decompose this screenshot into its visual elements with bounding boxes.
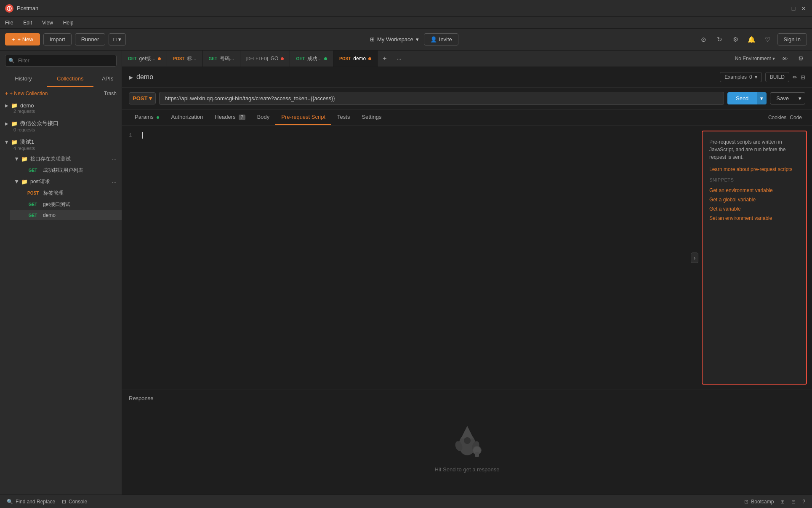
code-link[interactable]: Code (786, 110, 805, 125)
snippet-get-var[interactable]: Get a variable (709, 204, 799, 214)
layout-button[interactable]: ⊞ (780, 499, 785, 505)
menu-view[interactable]: View (40, 19, 55, 27)
req-tab-authorization[interactable]: Authorization (165, 110, 209, 125)
sync-icon[interactable]: ↻ (713, 33, 726, 46)
invite-button[interactable]: 👤 Invite (424, 33, 458, 45)
request-title: demo (136, 73, 153, 81)
sidebar-search-area: 🔍 (0, 51, 122, 71)
url-input[interactable] (159, 92, 724, 105)
tab-get-hao[interactable]: GET 号码... (203, 51, 241, 67)
cursor (142, 132, 143, 139)
svg-point-4 (464, 437, 471, 444)
save-dropdown-button[interactable]: ▾ (795, 92, 805, 104)
no-environment-select[interactable]: No Environment ▾ (735, 56, 775, 61)
request-item-gettest[interactable]: GET get接口测试 (10, 199, 122, 210)
console-label: Console (69, 499, 87, 505)
sidebar-tab-history[interactable]: History (0, 71, 47, 87)
panel-collapse-button[interactable]: › (691, 252, 698, 263)
tab-getjie[interactable]: GET get接... (122, 51, 167, 67)
bootcamp-button[interactable]: ⊡ Bootcamp (744, 499, 774, 505)
folder-row-post[interactable]: ▶ 📁 post请求 ··· (10, 176, 122, 187)
no-cache-icon[interactable]: ⊘ (698, 33, 710, 46)
toolbar: + + New Import Runner □ ▾ ⊞ My Workspace… (0, 29, 812, 51)
settings-sliders-icon[interactable]: ⚙ (794, 52, 807, 65)
workspace-chevron: ▾ (416, 36, 419, 43)
code-editor[interactable]: 1 (122, 126, 697, 390)
workspace-button[interactable]: ⊞ My Workspace ▾ (365, 33, 424, 45)
console-button[interactable]: ⊡ Console (62, 499, 87, 505)
params-dot (157, 116, 159, 119)
add-tab-button[interactable]: + (378, 51, 391, 66)
send-button[interactable]: Send (727, 92, 757, 104)
menu-edit[interactable]: Edit (21, 19, 34, 27)
layout-icon[interactable]: ⊞ (801, 74, 805, 80)
method-select[interactable]: POST ▾ (129, 92, 156, 104)
request-item-demo[interactable]: GET demo (10, 210, 122, 220)
sidebar-tab-apis[interactable]: APIs (93, 71, 122, 87)
signin-button[interactable]: Sign In (777, 33, 807, 45)
tab-get-chenggong[interactable]: GET 成功... (290, 51, 333, 67)
build-button[interactable]: BUILD (765, 72, 789, 82)
tab-post-demo[interactable]: POST demo (333, 51, 378, 67)
columns-button[interactable]: ⊟ (791, 499, 796, 505)
params-label: Params (135, 114, 154, 120)
plus-icon: + (5, 91, 8, 96)
headers-label: Headers (215, 114, 235, 120)
eye-icon[interactable]: 👁 (778, 52, 791, 65)
request-name-gettest: get接口测试 (43, 201, 70, 208)
req-tab-prerequest[interactable]: Pre-request Script (275, 110, 331, 125)
capture-button[interactable]: □ ▾ (109, 33, 126, 45)
tab-dot (158, 57, 161, 60)
snippet-get-env-var[interactable]: Get an environment variable (709, 186, 799, 195)
find-replace-button[interactable]: 🔍 Find and Replace (7, 499, 55, 505)
tab-method-post: POST (339, 56, 351, 61)
runner-button[interactable]: Runner (75, 33, 106, 45)
learn-more-link[interactable]: Learn more about pre-request scripts (709, 166, 792, 172)
examples-count: 0 (749, 74, 752, 80)
maximize-button[interactable]: □ (790, 5, 797, 12)
req-tab-body[interactable]: Body (251, 110, 276, 125)
send-dropdown-button[interactable]: ▾ (757, 92, 767, 104)
folder-options-icon[interactable]: ··· (112, 156, 117, 163)
heart-icon[interactable]: ♡ (761, 33, 774, 46)
request-item-userlist[interactable]: GET 成功获取用户列表 (10, 165, 122, 176)
req-tab-params[interactable]: Params (129, 110, 165, 125)
req-tab-tests[interactable]: Tests (331, 110, 356, 125)
help-button[interactable]: ? (802, 499, 805, 505)
notifications-icon[interactable]: 🔔 (745, 33, 758, 46)
folder-icon: 📁 (11, 120, 18, 127)
cookies-link[interactable]: Cookies (768, 110, 786, 125)
search-input[interactable] (5, 55, 117, 67)
folder-row-interface[interactable]: ▶ 📁 接口存在关联测试 ··· (10, 153, 122, 165)
minimize-button[interactable]: — (780, 5, 787, 12)
folder-options-icon[interactable]: ··· (112, 179, 117, 185)
tab-deleted[interactable]: [DELETED] GO (240, 51, 290, 67)
save-button[interactable]: Save (770, 92, 795, 104)
menu-help[interactable]: Help (61, 19, 75, 27)
trash-button[interactable]: Trash (104, 91, 117, 96)
authorization-label: Authorization (171, 114, 203, 120)
sidebar-tab-collections[interactable]: Collections (47, 71, 93, 87)
collection-item-demo[interactable]: ▶ 📁 demo 2 requests (0, 100, 122, 116)
snippet-get-global-var[interactable]: Get a global variable (709, 195, 799, 204)
collection-item-test1[interactable]: ▶ 📁 测试1 4 requests (0, 136, 122, 153)
titlebar: Postman — □ ✕ (0, 0, 812, 17)
settings-icon[interactable]: ⚙ (729, 33, 742, 46)
expand-button[interactable]: ▶ (129, 74, 133, 80)
url-bar: POST ▾ Send ▾ Save ▾ (122, 88, 812, 110)
menu-file[interactable]: File (3, 19, 15, 27)
request-item-tags[interactable]: POST 标签管理 (10, 187, 122, 199)
req-tab-headers[interactable]: Headers 7 (209, 110, 251, 125)
req-tab-settings[interactable]: Settings (356, 110, 387, 125)
collection-item-weixin[interactable]: ▶ 📁 微信公众号接口 0 requests (0, 117, 122, 135)
new-button[interactable]: + + New (5, 33, 40, 45)
snippet-set-env-var[interactable]: Set an environment variable (709, 214, 799, 223)
examples-button[interactable]: Examples 0 ▾ (720, 72, 761, 82)
search-wrap: 🔍 (5, 55, 117, 67)
import-button[interactable]: Import (43, 33, 72, 45)
tab-post-biao[interactable]: POST 标... (167, 51, 202, 67)
edit-icon[interactable]: ✏ (793, 74, 797, 80)
close-button[interactable]: ✕ (800, 5, 807, 12)
new-collection-button[interactable]: + + New Collection (5, 91, 48, 96)
more-tabs-button[interactable]: ··· (392, 52, 407, 65)
